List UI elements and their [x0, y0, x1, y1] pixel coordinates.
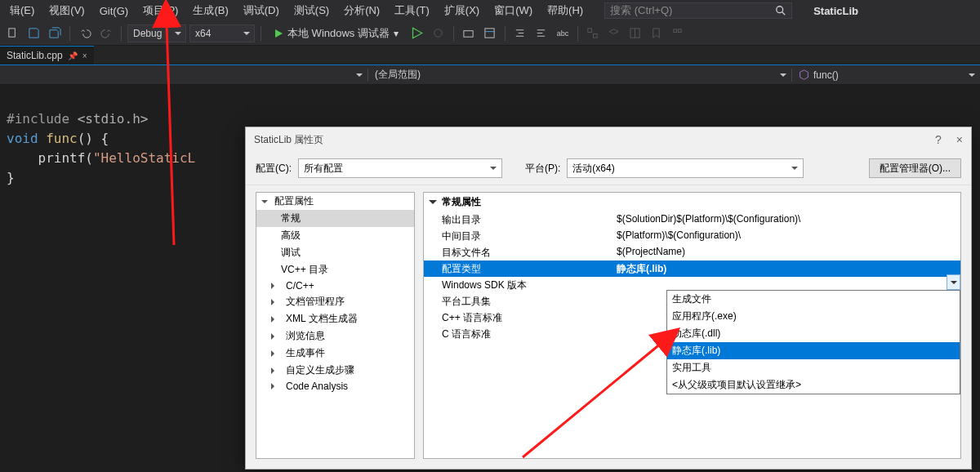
menu-window[interactable]: 窗口(W)	[488, 1, 539, 20]
navigation-bar: (全局范围) func()	[0, 65, 980, 85]
function-scope-combo[interactable]: func()	[792, 67, 980, 83]
save-icon[interactable]	[24, 24, 42, 42]
dialog-titlebar[interactable]: StaticLib 属性页 ? ×	[246, 127, 971, 152]
method-icon	[799, 69, 809, 80]
organize-icon[interactable]	[669, 24, 687, 42]
dd-inherit[interactable]: <从父级或项目默认设置继承>	[667, 376, 960, 394]
config-label: 配置(C):	[256, 162, 292, 176]
platform-label: 平台(P):	[525, 162, 560, 176]
close-icon[interactable]: ×	[82, 51, 87, 60]
config-type-dropdown: 生成文件 应用程序(.exe) 动态库(.dll) 静态库(.lib) 实用工具…	[666, 290, 960, 394]
svg-rect-2	[8, 29, 15, 37]
menu-test[interactable]: 测试(S)	[287, 1, 336, 20]
config-select[interactable]: 所有配置	[298, 158, 502, 178]
menu-edit[interactable]: 辑(E)	[3, 1, 41, 20]
tab-label: StaticLib.cpp	[7, 50, 63, 61]
new-file-icon[interactable]	[3, 24, 21, 42]
dialog-close-button[interactable]: ×	[956, 133, 963, 146]
menu-ext[interactable]: 扩展(X)	[438, 1, 486, 20]
toolbox-icon[interactable]	[460, 24, 478, 42]
tree-ccpp[interactable]: C/C++	[256, 278, 414, 293]
menu-debug[interactable]: 调试(D)	[237, 1, 286, 20]
start-debug-label: 本地 Windows 调试器	[287, 26, 390, 41]
chevron-down-icon	[429, 200, 437, 208]
svg-rect-13	[588, 29, 592, 33]
tree-xmldocgen[interactable]: XML 文档生成器	[256, 310, 414, 327]
tree-codeanalysis[interactable]: Code Analysis	[256, 379, 414, 394]
tree-advanced[interactable]: 高级	[256, 227, 414, 244]
svg-rect-17	[674, 29, 677, 33]
dialog-config-row: 配置(C): 所有配置 平台(P): 活动(x64) 配置管理器(O)...	[246, 152, 971, 185]
dialog-title: StaticLib 属性页	[254, 133, 323, 147]
outdent-icon[interactable]	[532, 24, 550, 42]
row-config-type[interactable]: 配置类型静态库(.lib)	[424, 260, 960, 277]
help-button[interactable]: ?	[935, 133, 942, 146]
tree-browseinfo[interactable]: 浏览信息	[256, 327, 414, 345]
dd-makefile[interactable]: 生成文件	[667, 291, 960, 308]
pin-icon[interactable]: 📌	[68, 51, 78, 60]
layers-icon[interactable]	[605, 24, 623, 42]
grid-icon[interactable]	[626, 24, 644, 42]
start-debug-button[interactable]: 本地 Windows 调试器 ▾	[267, 24, 405, 42]
property-tree[interactable]: 配置属性 常规 高级 调试 VC++ 目录 C/C++ 文档管理程序 XML 文…	[256, 192, 415, 459]
menu-tools[interactable]: 工具(T)	[388, 1, 436, 20]
row-output-dir[interactable]: 输出目录$(SolutionDir)$(Platform)\$(Configur…	[424, 212, 960, 228]
svg-point-3	[434, 29, 442, 37]
undo-icon[interactable]	[76, 24, 94, 42]
svg-point-0	[777, 7, 783, 13]
config-type-dropdown-toggle[interactable]	[947, 274, 960, 290]
save-all-icon[interactable]	[46, 24, 64, 42]
tree-vcdirs[interactable]: VC++ 目录	[256, 261, 414, 278]
grid-section-header[interactable]: 常规属性	[424, 193, 960, 212]
dd-utility[interactable]: 实用工具	[667, 359, 960, 376]
attach-icon[interactable]	[430, 24, 448, 42]
group-icon[interactable]	[584, 24, 602, 42]
start-no-debug-icon[interactable]	[408, 24, 426, 42]
indent-icon[interactable]	[511, 24, 529, 42]
menu-help[interactable]: 帮助(H)	[541, 1, 590, 20]
play-icon	[274, 29, 283, 38]
project-scope-combo[interactable]	[0, 67, 368, 83]
properties-icon[interactable]	[481, 24, 499, 42]
property-grid: 常规属性 输出目录$(SolutionDir)$(Platform)\$(Con…	[423, 192, 961, 459]
tree-debugging[interactable]: 调试	[256, 244, 414, 261]
search-icon	[775, 5, 786, 16]
menu-analyze[interactable]: 分析(N)	[337, 1, 386, 20]
tree-root[interactable]: 配置属性	[256, 193, 414, 210]
search-placeholder: 搜索 (Ctrl+Q)	[610, 3, 672, 18]
row-target-name[interactable]: 目标文件名$(ProjectName)	[424, 244, 960, 260]
solution-title: StaticLib	[813, 5, 858, 17]
property-pages-dialog: StaticLib 属性页 ? × 配置(C): 所有配置 平台(P): 活动(…	[245, 127, 972, 470]
dd-staticlib[interactable]: 静态库(.lib)	[667, 342, 960, 359]
document-tabs: StaticLib.cpp 📌 ×	[0, 46, 980, 65]
toolbar: Debug x64 本地 Windows 调试器 ▾ abc	[0, 21, 980, 46]
platform-combo[interactable]: x64	[189, 24, 255, 42]
tree-buildevents[interactable]: 生成事件	[256, 345, 414, 362]
menu-build[interactable]: 生成(B)	[186, 1, 234, 20]
redo-icon[interactable]	[97, 24, 115, 42]
tree-docmanager[interactable]: 文档管理程序	[256, 293, 414, 310]
svg-rect-18	[679, 29, 682, 33]
svg-rect-5	[485, 29, 494, 38]
config-manager-button[interactable]: 配置管理器(O)...	[869, 158, 961, 178]
quick-search[interactable]: 搜索 (Ctrl+Q)	[604, 2, 792, 19]
tree-general[interactable]: 常规	[256, 210, 414, 227]
bookmark-icon[interactable]	[648, 24, 666, 42]
svg-line-1	[782, 12, 786, 16]
config-combo[interactable]: Debug	[127, 24, 186, 42]
global-scope-combo[interactable]: (全局范围)	[368, 67, 791, 83]
tab-staticlib-cpp[interactable]: StaticLib.cpp 📌 ×	[0, 46, 94, 65]
dd-exe[interactable]: 应用程序(.exe)	[667, 308, 960, 325]
menu-view[interactable]: 视图(V)	[42, 1, 91, 20]
tree-custombuild[interactable]: 自定义生成步骤	[256, 362, 414, 379]
comment-icon[interactable]: abc	[554, 24, 572, 42]
row-intermediate-dir[interactable]: 中间目录$(Platform)\$(Configuration)\	[424, 228, 960, 244]
platform-select[interactable]: 活动(x64)	[567, 158, 804, 178]
menubar: 辑(E) 视图(V) Git(G) 项目(P) 生成(B) 调试(D) 测试(S…	[0, 0, 980, 21]
menu-project[interactable]: 项目(P)	[136, 1, 185, 20]
menu-git[interactable]: Git(G)	[93, 2, 135, 20]
dd-dll[interactable]: 动态库(.dll)	[667, 325, 960, 342]
svg-rect-14	[594, 33, 598, 38]
svg-rect-4	[464, 31, 473, 38]
